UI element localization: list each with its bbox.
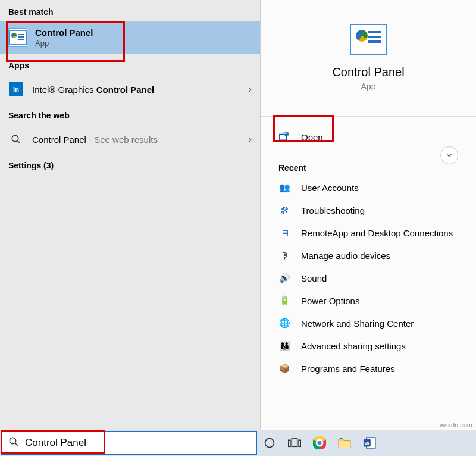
search-results-pane: Best match Control Panel App Apps in Int… <box>0 0 261 430</box>
sound-icon: 🔊 <box>278 272 290 284</box>
svg-point-3 <box>10 438 16 444</box>
recent-item[interactable]: 🔋Power Options <box>261 289 476 312</box>
recent-item[interactable]: 📦Programs and Features <box>261 357 476 380</box>
preview-title: Control Panel <box>261 65 476 79</box>
recent-item[interactable]: 🎙Manage audio devices <box>261 244 476 267</box>
web-result-label: Control Panel - See web results <box>32 135 249 145</box>
best-match-header: Best match <box>0 0 260 21</box>
programs-icon: 📦 <box>278 363 290 374</box>
expand-button[interactable] <box>440 146 458 164</box>
svg-rect-16 <box>340 438 343 439</box>
recent-item[interactable]: 👪Advanced sharing settings <box>261 335 476 357</box>
open-action[interactable]: Open <box>261 124 476 150</box>
svg-rect-6 <box>289 440 290 446</box>
preview-hero: Control Panel App <box>261 0 476 103</box>
web-header: Search the web <box>0 104 260 125</box>
svg-line-1 <box>17 140 20 143</box>
recent-item[interactable]: 🔊Sound <box>261 267 476 289</box>
taskbar-search[interactable] <box>1 431 257 455</box>
user-accounts-icon: 👥 <box>278 182 290 193</box>
web-result-item[interactable]: Control Panel - See web results › <box>0 125 260 154</box>
best-match-item[interactable]: Control Panel App <box>0 21 260 54</box>
chevron-right-icon: › <box>249 134 252 145</box>
preview-pane: Control Panel App Open Recent 👥User Acco… <box>261 0 476 430</box>
taskbar-app-chrome[interactable] <box>307 430 332 455</box>
control-panel-icon <box>8 28 27 47</box>
power-icon: 🔋 <box>278 295 290 307</box>
apps-result-item[interactable]: in Intel® Graphics Control Panel › <box>0 75 260 104</box>
svg-rect-8 <box>299 440 300 446</box>
preview-subtitle: App <box>261 82 476 91</box>
svg-rect-15 <box>339 441 350 448</box>
search-icon <box>8 132 24 147</box>
taskbar-app-explorer[interactable] <box>332 430 357 455</box>
intel-icon: in <box>8 82 24 97</box>
audio-icon: 🎙 <box>278 249 290 261</box>
open-icon <box>278 131 290 143</box>
preview-actions: Open <box>261 117 476 152</box>
control-panel-large-icon <box>350 24 387 55</box>
recent-item[interactable]: 👥User Accounts <box>261 176 476 199</box>
apps-header: Apps <box>0 54 260 75</box>
svg-point-0 <box>12 135 18 142</box>
chevron-right-icon: › <box>249 84 252 95</box>
svg-text:W: W <box>365 441 370 446</box>
recent-item[interactable]: 🛠Troubleshooting <box>261 199 476 221</box>
recent-item[interactable]: 🖥RemoteApp and Desktop Connections <box>261 221 476 244</box>
network-icon: 🌐 <box>278 317 290 329</box>
task-view-button[interactable] <box>282 430 307 455</box>
best-match-title: Control Panel <box>35 27 93 38</box>
search-icon <box>8 436 19 449</box>
cortana-button[interactable] <box>257 430 282 455</box>
apps-result-label: Intel® Graphics Control Panel <box>32 85 249 95</box>
sharing-icon: 👪 <box>278 340 290 352</box>
svg-line-4 <box>15 443 18 446</box>
troubleshooting-icon: 🛠 <box>278 204 290 216</box>
recent-item[interactable]: 🌐Network and Sharing Center <box>261 312 476 335</box>
open-label: Open <box>301 132 323 142</box>
svg-rect-7 <box>292 439 297 446</box>
best-match-subtitle: App <box>35 39 93 48</box>
remoteapp-icon: 🖥 <box>278 227 290 239</box>
watermark: wsxdn.com <box>440 421 472 429</box>
svg-point-5 <box>265 439 274 448</box>
taskbar: W <box>0 430 476 456</box>
search-input[interactable] <box>25 437 250 449</box>
taskbar-app-word[interactable]: W <box>357 430 382 455</box>
settings-header: Settings (3) <box>0 154 260 175</box>
